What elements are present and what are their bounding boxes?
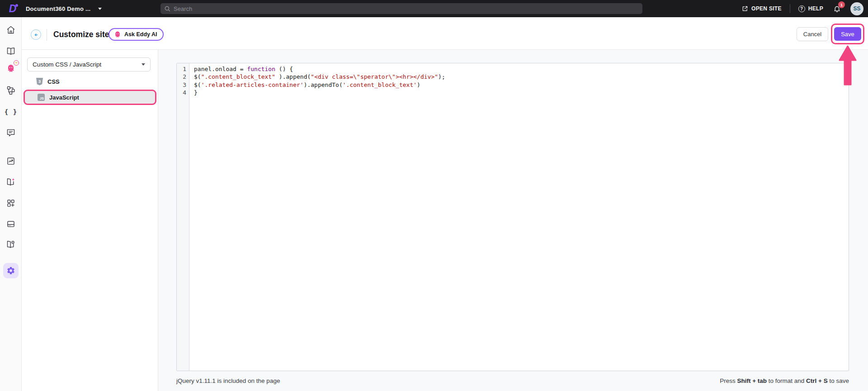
css3-icon: 3	[36, 78, 43, 86]
gear-icon	[6, 266, 15, 275]
ask-eddy-ai-button[interactable]: Ask Eddy AI	[108, 28, 164, 41]
sidebar-item-feedback[interactable]	[0, 127, 22, 138]
arrow-left-icon	[33, 32, 39, 38]
sidebar-item-knowledge-base-ai[interactable]	[0, 176, 22, 187]
cancel-button[interactable]: Cancel	[797, 27, 828, 41]
eddy-ai-octopus-icon	[6, 64, 15, 73]
avatar[interactable]: SS	[850, 2, 863, 15]
search-icon	[164, 5, 170, 12]
main-content: 1234 panel.onload = function () {$(".con…	[158, 50, 868, 391]
chart-icon	[6, 157, 15, 166]
notifications-button[interactable]: 1	[831, 3, 842, 14]
divider	[47, 29, 47, 41]
jquery-note: jQuery v1.11.1 is included on the page	[176, 377, 280, 384]
book-icon	[6, 47, 15, 56]
customization-type-dropdown[interactable]: Custom CSS / JavaScript	[27, 57, 151, 72]
code-editor: 1234 panel.onload = function () {$(".con…	[176, 63, 849, 371]
sidebar-item-kb-site[interactable]	[0, 239, 22, 250]
customize-sidebar: Custom CSS / JavaScript 3 CSS JS JavaScr…	[22, 50, 158, 391]
shortcut-hint: Press Shift + tab to format and Ctrl + S…	[720, 377, 849, 384]
document360-logo-icon: D	[6, 2, 19, 15]
left-icon-sidebar: ?! { }	[0, 17, 22, 391]
sidebar-item-categories[interactable]	[0, 85, 22, 95]
sidebar-item-settings[interactable]	[3, 263, 19, 278]
javascript-label: JavaScript	[49, 94, 79, 101]
page-header: Customize site Ask Eddy AI	[22, 17, 868, 50]
js-icon: JS	[38, 94, 45, 101]
save-button[interactable]: Save	[834, 27, 861, 41]
help-button[interactable]: ? HELP	[798, 5, 823, 12]
topbar: D Document360 Demo ... OPEN SITE ? HELP …	[0, 0, 868, 17]
curly-braces-icon: { }	[5, 108, 17, 115]
sidebar-item-drive[interactable]	[0, 219, 22, 229]
sidebar-item-home[interactable]	[0, 24, 22, 35]
book-gear-icon	[6, 240, 15, 249]
sidebar-item-css[interactable]: 3 CSS	[24, 75, 156, 88]
search-input[interactable]	[174, 5, 639, 12]
grid-plus-icon	[6, 199, 15, 208]
annotation-arrow-up	[838, 45, 858, 86]
help-icon: ?	[798, 5, 805, 12]
book-sparkle-icon	[6, 177, 15, 186]
global-search[interactable]	[160, 3, 642, 14]
back-button[interactable]	[31, 29, 41, 40]
save-highlight-annotation: Save	[831, 24, 864, 44]
open-site-button[interactable]: OPEN SITE	[742, 5, 782, 12]
line-number-gutter: 1234	[177, 63, 189, 371]
ask-eddy-ai-label: Ask Eddy AI	[124, 31, 157, 38]
page-title: Customize site	[53, 30, 109, 39]
topbar-actions: OPEN SITE ? HELP 1 SS	[742, 0, 863, 17]
eddy-ai-badge: ?!	[14, 60, 19, 66]
css-label: CSS	[47, 78, 60, 85]
comment-icon	[6, 128, 15, 137]
sidebar-item-widgets[interactable]	[0, 198, 22, 209]
project-selector[interactable]: Document360 Demo ...	[26, 0, 102, 17]
project-name: Document360 Demo ...	[26, 5, 90, 12]
eddy-ai-octopus-icon	[114, 31, 121, 38]
sidebar-item-documentation[interactable]	[0, 46, 22, 57]
sidebar-item-javascript[interactable]: JS JavaScript	[24, 90, 156, 105]
divider	[790, 4, 790, 13]
chevron-down-icon	[98, 8, 102, 10]
chevron-down-icon	[142, 63, 145, 66]
sitemap-icon	[6, 86, 15, 95]
external-link-icon	[742, 5, 748, 12]
sidebar-item-api-docs[interactable]: { }	[0, 106, 22, 117]
notification-badge: 1	[838, 1, 845, 8]
sidebar-item-analytics[interactable]	[0, 156, 22, 167]
code-lines[interactable]: panel.onload = function () {$(".content_…	[189, 63, 849, 371]
sidebar-item-eddy-ai[interactable]: ?!	[0, 63, 22, 74]
drive-icon	[6, 219, 15, 229]
home-icon	[6, 25, 15, 34]
dropdown-value: Custom CSS / JavaScript	[33, 61, 101, 68]
